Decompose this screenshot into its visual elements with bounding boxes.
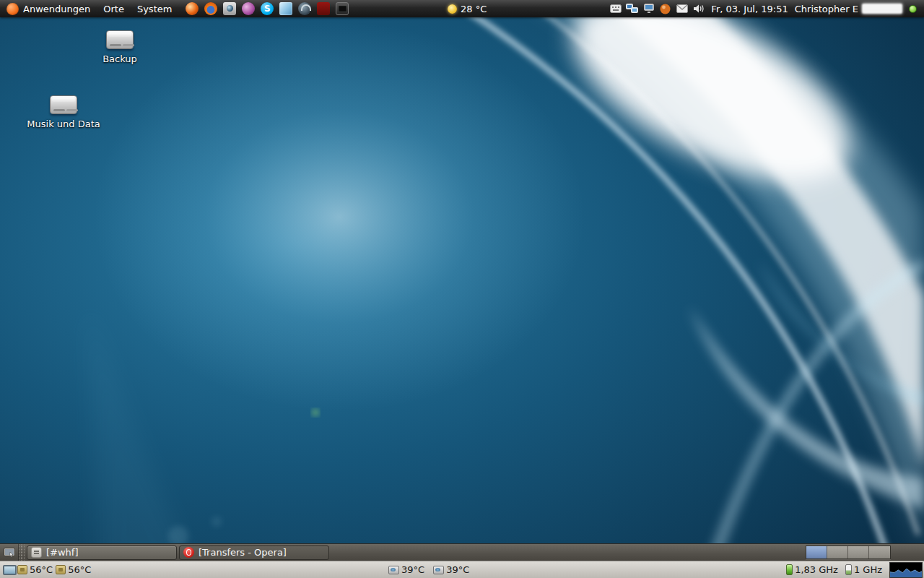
hard-drive-icon — [50, 95, 77, 114]
desktop-icon-label: Musik und Data — [27, 118, 100, 129]
clock-applet[interactable]: Fr, 03. Jul, 19:51 — [711, 4, 788, 14]
window-title: [#whf] — [46, 547, 78, 558]
cpu-temp-2: 56°C — [56, 564, 91, 575]
hard-drive-icon — [106, 30, 134, 49]
swirl-browser-launcher-icon[interactable] — [186, 2, 199, 15]
hdd-temp-group: 39°C 39°C — [388, 561, 469, 578]
media-player-launcher-icon[interactable] — [242, 2, 255, 15]
skype-launcher-icon[interactable]: S — [261, 2, 274, 15]
cpu-temp-1-value: 56°C — [30, 564, 53, 575]
weather-applet[interactable]: 28 °C — [448, 0, 487, 17]
redacted-name-blur — [862, 4, 902, 14]
launcher-bar: S — [186, 0, 349, 17]
display-icon[interactable] — [642, 3, 655, 15]
update-notifier-icon[interactable] — [659, 3, 671, 15]
cpu-freq-1-value: 1,83 GHz — [795, 564, 838, 575]
window-list-panel: [#whf] [Transfers - Opera] — [0, 543, 924, 561]
cpu-temp-group: 56°C 56°C — [0, 564, 91, 575]
hdd-temp-2-value: 39°C — [446, 564, 469, 575]
desktop-wallpaper — [0, 0, 924, 578]
system-tray — [609, 3, 705, 15]
hdd-temp-1-value: 39°C — [401, 564, 424, 575]
cpu-temp-1: 56°C — [17, 564, 53, 575]
camera-launcher-icon[interactable] — [223, 2, 236, 15]
mail-icon[interactable] — [676, 3, 688, 15]
system-monitor-applet[interactable] — [889, 562, 923, 578]
desktop-icon-musik-und-data[interactable]: Musik und Data — [22, 95, 105, 129]
window-list-handle[interactable] — [19, 544, 25, 561]
applications-menu[interactable]: Anwendungen — [0, 0, 97, 17]
cpu-freq-1[interactable]: 1,83 GHz — [786, 564, 838, 575]
presence-status-icon — [909, 5, 917, 13]
taskbar-window-whf[interactable]: [#whf] — [27, 545, 177, 560]
window-title: [Transfers - Opera] — [199, 547, 287, 558]
cpu-load-graph — [890, 563, 922, 577]
sensors-panel: 56°C 56°C 39°C 39°C 1,83 GHz 1 GHz — [0, 561, 924, 578]
desktop-icon-backup[interactable]: Backup — [78, 30, 162, 64]
keyboard-indicator-icon[interactable] — [609, 3, 622, 15]
workspace-4[interactable] — [869, 546, 890, 558]
cpu-freq-icon — [845, 564, 852, 575]
firefox-launcher-icon[interactable] — [204, 2, 217, 15]
system-menu[interactable]: System — [131, 0, 178, 17]
hdd-icon — [388, 566, 399, 574]
taskbar-window-opera-transfers[interactable]: [Transfers - Opera] — [179, 545, 329, 560]
hdd-icon — [433, 566, 444, 574]
cpu-chip-icon — [17, 565, 27, 574]
user-name: Christopher E — [795, 4, 858, 14]
show-desktop-button[interactable] — [0, 544, 19, 561]
network-computers-icon[interactable] — [626, 3, 638, 15]
cpu-chip-icon — [56, 565, 66, 574]
hdd-temp-2: 39°C — [433, 564, 469, 575]
places-menu-label: Orte — [103, 4, 124, 14]
system-menu-label: System — [137, 4, 172, 14]
workspace-switcher — [806, 545, 891, 559]
weather-temperature: 28 °C — [461, 4, 487, 14]
ubuntu-logo-icon — [6, 3, 19, 15]
volume-icon[interactable] — [692, 3, 705, 15]
sun-icon — [448, 4, 457, 14]
top-panel: Anwendungen Orte System S 28 °C — [0, 0, 924, 17]
glass-cube-launcher-icon[interactable] — [279, 2, 292, 15]
cpu-temp-2-value: 56°C — [68, 564, 91, 575]
sensors-applet-icon[interactable] — [2, 564, 14, 575]
opera-icon — [183, 547, 194, 558]
workspace-3[interactable] — [848, 546, 869, 558]
terminal-launcher-icon[interactable] — [336, 2, 349, 15]
applications-menu-label: Anwendungen — [23, 4, 90, 14]
workspace-2[interactable] — [827, 546, 848, 558]
user-switcher-applet[interactable]: Christopher E — [795, 4, 917, 14]
headset-launcher-icon[interactable] — [298, 2, 311, 15]
cpu-freq-group: 1,83 GHz 1 GHz — [786, 561, 923, 578]
filezilla-launcher-icon[interactable] — [317, 2, 330, 15]
workspace-1[interactable] — [806, 546, 827, 558]
cpu-freq-icon — [786, 564, 793, 575]
chat-icon — [31, 547, 42, 558]
places-menu[interactable]: Orte — [97, 0, 131, 17]
show-desktop-icon — [4, 548, 15, 558]
desktop-icon-label: Backup — [103, 53, 137, 64]
hdd-temp-1: 39°C — [388, 564, 424, 575]
cpu-freq-2[interactable]: 1 GHz — [845, 564, 882, 575]
cpu-freq-2-value: 1 GHz — [854, 564, 882, 575]
top-panel-right: Fr, 03. Jul, 19:51 Christopher E — [609, 0, 924, 17]
